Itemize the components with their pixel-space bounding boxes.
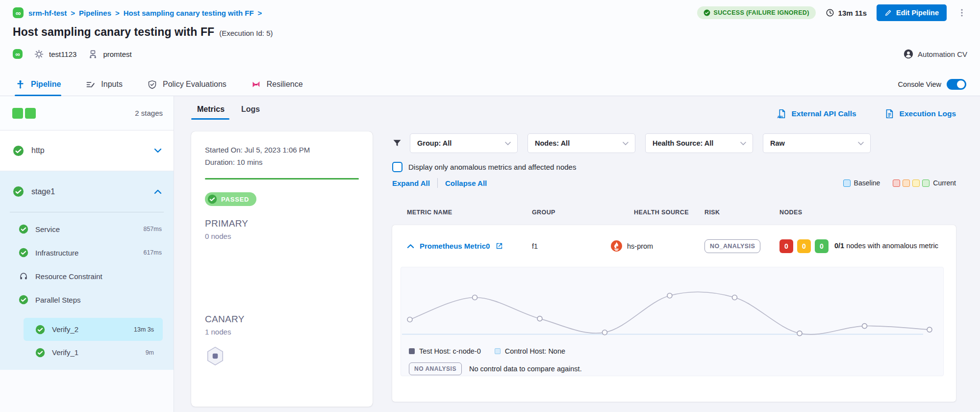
- data-mode-select[interactable]: Raw: [763, 133, 871, 153]
- filter-row: Group: All Nodes: All Health Source: All…: [392, 133, 956, 153]
- stage-square-http[interactable]: [12, 108, 23, 119]
- breadcrumb-pipeline-name[interactable]: Host sampling canary testing with FF: [124, 9, 254, 17]
- metric-chart-panel: Test Host: c-node-0 Control Host: None N…: [401, 267, 944, 376]
- chart-data-point[interactable]: [603, 330, 607, 335]
- tab-logs[interactable]: Logs: [235, 105, 265, 120]
- success-check-icon: [13, 145, 24, 156]
- substep-verify-2[interactable]: Verify_2 13m 3s: [24, 318, 163, 341]
- chart-data-point[interactable]: [927, 327, 932, 332]
- nodes-filter-value: Nodes: All: [535, 139, 570, 147]
- edit-pipeline-button[interactable]: Edit Pipeline: [877, 4, 947, 21]
- health-source-name: hs-prom: [627, 242, 653, 250]
- svg-text:API: API: [777, 115, 783, 119]
- execution-id: (Execution Id: 5): [219, 29, 273, 37]
- chart-data-point[interactable]: [473, 295, 477, 300]
- external-api-calls-label: External API Calls: [792, 109, 856, 118]
- step-service[interactable]: Service 857ms: [0, 217, 174, 241]
- execution-status-badge: SUCCESS (FAILURE IGNORED): [697, 6, 816, 19]
- external-api-calls-link[interactable]: API External API Calls: [776, 108, 856, 119]
- breadcrumb-pipelines[interactable]: Pipelines: [79, 9, 111, 17]
- current-yellow-swatch: [912, 180, 920, 187]
- sidebar-stage-stage1[interactable]: stage1: [0, 171, 174, 212]
- tab-metrics-label: Metrics: [197, 105, 225, 113]
- collapse-all-link[interactable]: Collapse All: [445, 179, 487, 187]
- tab-resilience-label: Resilience: [267, 80, 303, 89]
- metrics-analysis-panel: API External API Calls Execution Logs Gr…: [377, 96, 980, 412]
- breadcrumb-separator: >: [258, 9, 262, 17]
- meta-row: ∞ test1123 promtest Automation CV: [13, 48, 967, 60]
- analysis-verdict-row: NO ANALYSIS No control data to compare a…: [401, 362, 943, 375]
- canary-label: CANARY: [205, 314, 359, 325]
- external-link-icon[interactable]: [495, 242, 503, 250]
- group-filter-select[interactable]: Group: All: [410, 133, 518, 153]
- summary-tabs: Metrics Logs: [191, 105, 377, 120]
- step-infrastructure[interactable]: Infrastructure 617ms: [0, 241, 174, 264]
- chart-data-point[interactable]: [407, 317, 412, 322]
- tab-inputs[interactable]: Inputs: [85, 73, 123, 96]
- step-parallel-steps[interactable]: Parallel Steps: [0, 288, 174, 311]
- tab-policy-evaluations[interactable]: Policy Evaluations: [147, 73, 227, 96]
- chevron-down-icon[interactable]: [154, 148, 162, 153]
- current-orange-swatch: [903, 180, 910, 187]
- chevron-up-icon[interactable]: [154, 189, 162, 194]
- tab-policy-label: Policy Evaluations: [163, 80, 226, 89]
- chart-data-point[interactable]: [862, 324, 867, 329]
- chart-data-point[interactable]: [732, 295, 737, 300]
- resource-constraint-icon: [19, 271, 28, 281]
- tab-inputs-label: Inputs: [101, 80, 123, 89]
- inputs-icon: [85, 79, 96, 90]
- primary-node-count: 0 nodes: [205, 232, 359, 240]
- divider: [10, 212, 164, 212]
- check-circle-icon: [207, 194, 217, 204]
- sidebar-stage-http[interactable]: http: [0, 130, 174, 171]
- step-label: Verify_2: [52, 325, 78, 334]
- service-name: test1123: [49, 50, 76, 58]
- collapse-chevron-up-icon[interactable]: [407, 244, 414, 249]
- canary-node-hexagon[interactable]: [205, 346, 359, 368]
- health-source-filter-select[interactable]: Health Source: All: [645, 133, 753, 153]
- metric-name-link[interactable]: Prometheus Metric0: [420, 242, 490, 250]
- execution-logs-link[interactable]: Execution Logs: [884, 108, 956, 119]
- expand-all-link[interactable]: Expand All: [392, 179, 430, 187]
- chart-data-point[interactable]: [797, 331, 802, 336]
- console-view-label: Console View: [898, 80, 941, 88]
- anomalous-filter-checkbox[interactable]: [392, 162, 402, 172]
- node-count-red: 0: [779, 239, 793, 253]
- tab-pipeline-label: Pipeline: [31, 80, 61, 89]
- page-header: ∞ srm-hf-test > Pipelines > Host samplin…: [0, 0, 980, 60]
- more-options-menu[interactable]: [956, 6, 967, 19]
- step-duration: 13m 3s: [134, 326, 154, 333]
- step-label: Infrastructure: [35, 249, 78, 257]
- success-check-icon: [19, 295, 28, 305]
- tab-resilience[interactable]: Resilience: [251, 73, 303, 96]
- tab-metrics[interactable]: Metrics: [191, 105, 229, 120]
- current-red-swatch: [893, 180, 900, 187]
- breadcrumb-project[interactable]: srm-hf-test: [28, 9, 67, 17]
- success-check-icon: [19, 248, 28, 258]
- stage-square-stage1[interactable]: [25, 108, 36, 119]
- step-label: Parallel Steps: [35, 296, 81, 304]
- filter-funnel-icon[interactable]: [392, 138, 402, 148]
- substep-verify-1[interactable]: Verify_1 9m: [24, 341, 163, 364]
- step-resource-constraint[interactable]: Resource Constraint: [0, 264, 174, 288]
- chevron-down-icon: [623, 142, 628, 145]
- execution-logs-label: Execution Logs: [900, 109, 956, 118]
- risk-status-pill: NO_ANALYSIS: [704, 239, 760, 253]
- service-chip[interactable]: test1123: [34, 50, 76, 59]
- execution-tabbar: Pipeline Inputs Policy Evaluations Resil…: [0, 73, 980, 96]
- title-row: Host sampling canary testing with FF (Ex…: [13, 26, 967, 40]
- triggered-by-user: Automation CV: [918, 50, 967, 58]
- nodes-filter-select[interactable]: Nodes: All: [528, 133, 635, 153]
- verification-summary-panel: Metrics Logs Started On: Jul 5, 2023 1:0…: [174, 96, 377, 412]
- artifact-chip[interactable]: promtest: [88, 50, 131, 59]
- harness-service-icon: ∞: [13, 49, 23, 59]
- node-count-amber: 0: [797, 239, 811, 253]
- metric-chart[interactable]: [401, 272, 943, 345]
- chart-data-point[interactable]: [537, 316, 542, 321]
- console-view-toggle[interactable]: [947, 79, 966, 90]
- stage-count: 2 stages: [135, 109, 163, 117]
- risk-cell: NO_ANALYSIS: [704, 239, 779, 253]
- tab-pipeline[interactable]: Pipeline: [15, 73, 61, 96]
- chart-data-point[interactable]: [667, 293, 672, 298]
- edit-pipeline-label: Edit Pipeline: [896, 9, 939, 17]
